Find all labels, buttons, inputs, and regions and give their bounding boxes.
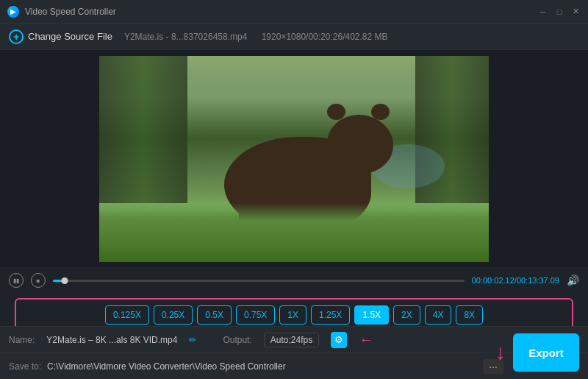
speed-btn-15[interactable]: 1.5X: [354, 305, 389, 325]
time-display: 00:00:02.12/00:13:37.09: [472, 276, 559, 285]
video-area: [0, 50, 588, 267]
speed-btn-05[interactable]: 0.5X: [197, 305, 232, 325]
name-label: Name:: [9, 335, 35, 345]
time-current: 00:00:02.12: [472, 276, 514, 285]
file-info: Y2Mate.is - 8...837026458.mp4 1920×1080/…: [124, 32, 400, 42]
speed-btn-025[interactable]: 0.25X: [154, 305, 193, 325]
export-button[interactable]: Export: [513, 333, 579, 372]
speed-btn-125[interactable]: 1.25X: [311, 305, 350, 325]
video-thumbnail: [99, 56, 489, 262]
progress-track[interactable]: [53, 280, 465, 282]
speed-btn-0125[interactable]: 0.125X: [105, 305, 149, 325]
volume-icon[interactable]: 🔊: [567, 274, 579, 286]
maximize-button[interactable]: □: [554, 7, 564, 17]
time-total: 00:13:37.09: [517, 276, 559, 285]
play-button[interactable]: ▮▮: [9, 273, 24, 288]
progress-area: ▮▮ ■ 00:00:02.12/00:13:37.09 🔊: [0, 267, 588, 294]
file-name: Y2Mate.is - 8...837026458.mp4: [124, 32, 247, 42]
arrow-left-indicator: ←: [359, 331, 373, 348]
speed-btn-8[interactable]: 8X: [456, 305, 483, 325]
stop-button[interactable]: ■: [31, 273, 46, 288]
plus-circle-icon: +: [9, 29, 24, 44]
save-path: C:\Vidmore\Vidmore Video Converter\Video…: [47, 361, 286, 372]
output-value: Auto;24fps: [264, 333, 319, 347]
edit-icon[interactable]: ✏: [189, 335, 196, 345]
file-meta: 1920×1080/00:20:26/402.82 MB: [262, 32, 388, 42]
settings-button[interactable]: ⚙: [331, 332, 347, 348]
app-icon: ▶: [7, 6, 19, 18]
video-preview: [99, 56, 489, 262]
toolbar: + Change Source File Y2Mate.is - 8...837…: [0, 24, 588, 50]
arrow-annotation: ↓: [495, 342, 506, 363]
speed-btn-075[interactable]: 0.75X: [236, 305, 275, 325]
progress-dot: [61, 277, 68, 284]
window-controls: ─ □ ✕: [538, 7, 581, 17]
change-source-button[interactable]: + Change Source File: [9, 29, 112, 44]
speed-btn-1[interactable]: 1X: [279, 305, 306, 325]
save-label: Save to:: [9, 361, 41, 372]
minimize-button[interactable]: ─: [538, 7, 548, 17]
output-label: Output:: [223, 335, 251, 345]
change-source-label: Change Source File: [28, 31, 112, 42]
arrow-down-icon: ↓: [495, 342, 506, 363]
name-value: Y2Mate.is – 8K ...als 8K VID.mp4: [46, 335, 177, 345]
app-title: Video Speed Controller: [25, 7, 116, 17]
close-button[interactable]: ✕: [570, 7, 581, 17]
title-bar-left: ▶ Video Speed Controller: [7, 6, 116, 18]
speed-btn-2[interactable]: 2X: [393, 305, 420, 325]
speed-btn-4[interactable]: 4X: [425, 305, 452, 325]
title-bar: ▶ Video Speed Controller ─ □ ✕: [0, 0, 588, 24]
bottom-bar: Name: Y2Mate.is – 8K ...als 8K VID.mp4 ✏…: [0, 326, 588, 379]
